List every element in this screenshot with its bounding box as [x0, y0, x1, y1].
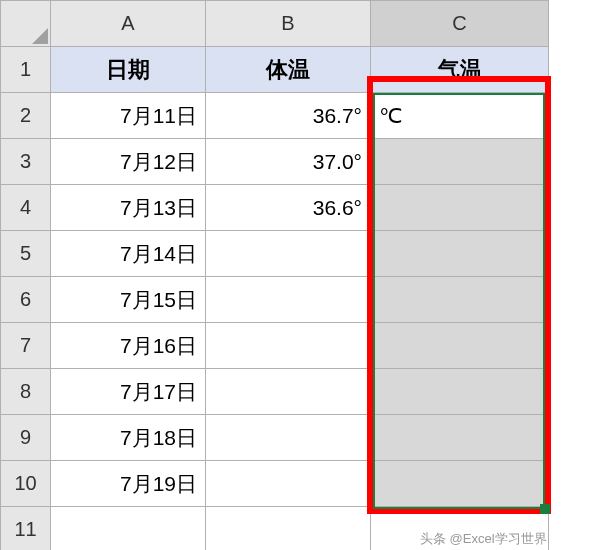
- row-header-11[interactable]: 11: [1, 507, 51, 551]
- column-header-c[interactable]: C: [371, 1, 549, 47]
- row-header-2[interactable]: 2: [1, 93, 51, 139]
- row-header-1[interactable]: 1: [1, 47, 51, 93]
- row-header-6[interactable]: 6: [1, 277, 51, 323]
- row-header-4[interactable]: 4: [1, 185, 51, 231]
- cell-b2[interactable]: 36.7°: [206, 93, 371, 139]
- cell-c7[interactable]: [371, 323, 549, 369]
- cell-c9[interactable]: [371, 415, 549, 461]
- watermark-text: 头条 @Excel学习世界: [420, 530, 547, 548]
- cell-a4[interactable]: 7月13日: [51, 185, 206, 231]
- row-header-9[interactable]: 9: [1, 415, 51, 461]
- cell-c4[interactable]: [371, 185, 549, 231]
- select-all-corner[interactable]: [1, 1, 51, 47]
- row-header-10[interactable]: 10: [1, 461, 51, 507]
- cell-b3[interactable]: 37.0°: [206, 139, 371, 185]
- header-weather[interactable]: 气温: [371, 47, 549, 93]
- cell-c2[interactable]: ℃: [371, 93, 549, 139]
- cell-a7[interactable]: 7月16日: [51, 323, 206, 369]
- cell-b8[interactable]: [206, 369, 371, 415]
- cell-a9[interactable]: 7月18日: [51, 415, 206, 461]
- cell-a3[interactable]: 7月12日: [51, 139, 206, 185]
- cell-b9[interactable]: [206, 415, 371, 461]
- cell-c8[interactable]: [371, 369, 549, 415]
- cell-a11[interactable]: [51, 507, 206, 551]
- cell-b7[interactable]: [206, 323, 371, 369]
- cell-a6[interactable]: 7月15日: [51, 277, 206, 323]
- row-header-5[interactable]: 5: [1, 231, 51, 277]
- cell-b11[interactable]: [206, 507, 371, 551]
- cell-c10[interactable]: [371, 461, 549, 507]
- spreadsheet-grid[interactable]: A B C 1 日期 体温 气温 2 7月11日 36.7° ℃ 3 7月12日…: [0, 0, 549, 550]
- cell-a10[interactable]: 7月19日: [51, 461, 206, 507]
- row-header-3[interactable]: 3: [1, 139, 51, 185]
- cell-b6[interactable]: [206, 277, 371, 323]
- fill-handle[interactable]: [540, 504, 550, 514]
- row-header-8[interactable]: 8: [1, 369, 51, 415]
- row-header-7[interactable]: 7: [1, 323, 51, 369]
- header-temp[interactable]: 体温: [206, 47, 371, 93]
- cell-c3[interactable]: [371, 139, 549, 185]
- cell-b5[interactable]: [206, 231, 371, 277]
- header-date[interactable]: 日期: [51, 47, 206, 93]
- column-header-a[interactable]: A: [51, 1, 206, 47]
- cell-a2[interactable]: 7月11日: [51, 93, 206, 139]
- cell-c6[interactable]: [371, 277, 549, 323]
- cell-a8[interactable]: 7月17日: [51, 369, 206, 415]
- cell-b10[interactable]: [206, 461, 371, 507]
- column-header-b[interactable]: B: [206, 1, 371, 47]
- cell-a5[interactable]: 7月14日: [51, 231, 206, 277]
- cell-c5[interactable]: [371, 231, 549, 277]
- cell-b4[interactable]: 36.6°: [206, 185, 371, 231]
